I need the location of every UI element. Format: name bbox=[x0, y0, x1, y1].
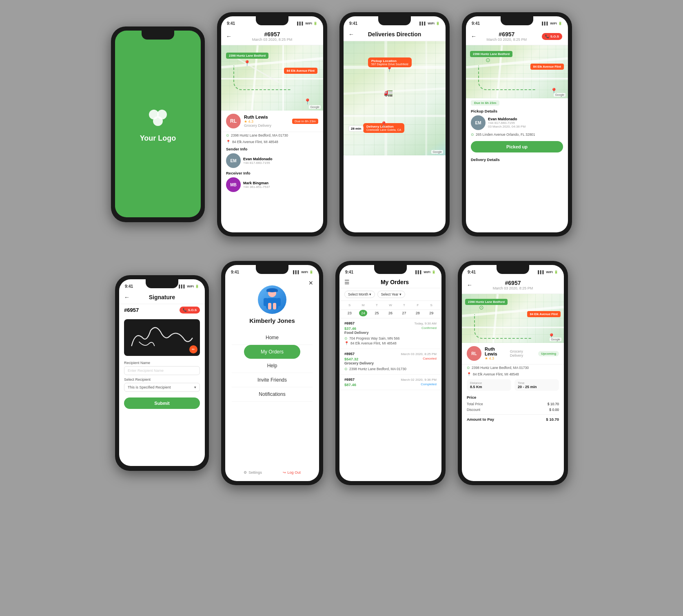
pickup-tag: Pickup Location 567 Daylene Drive Southf… bbox=[368, 57, 412, 67]
time-value: 20 - 25 min bbox=[518, 385, 556, 389]
close-icon[interactable]: ✕ bbox=[308, 280, 313, 286]
edit-icon[interactable]: ✏ bbox=[189, 345, 197, 353]
addr-icon-red: 📍 bbox=[467, 372, 471, 376]
sos-button[interactable]: 📞 S.O.S bbox=[542, 33, 562, 40]
select-month[interactable]: Select Month ▾ bbox=[344, 291, 375, 298]
select-recipient[interactable]: This is Specified Recipient ▾ bbox=[124, 383, 200, 392]
day-26[interactable]: 26 bbox=[386, 310, 395, 316]
screen-header: ← #6957 March 03 2020, 8:25 PM bbox=[221, 28, 323, 45]
phone-delivery-detail: 9:41 ▌▌▌ WiFi 🔋 ← #6957 March 03 2020, 8… bbox=[217, 12, 327, 236]
day-label-m: M bbox=[356, 302, 370, 308]
price-section: Price Total Price $ 10.70 Discount $ 0.0… bbox=[462, 393, 564, 424]
day-28[interactable]: 28 bbox=[414, 310, 422, 316]
menu-item-notifications[interactable]: Notifications bbox=[232, 387, 313, 402]
notch bbox=[256, 265, 288, 274]
back-arrow[interactable]: ← bbox=[467, 282, 472, 288]
price-section-label: Price bbox=[467, 394, 559, 401]
svg-rect-6 bbox=[273, 303, 276, 309]
day-25[interactable]: 25 bbox=[373, 310, 381, 316]
price-divider bbox=[467, 414, 559, 415]
back-arrow[interactable]: ← bbox=[124, 294, 130, 300]
address-row-1: ⊙ 2398 Huntz Lane Bedford, MA 01730 bbox=[221, 132, 323, 139]
google-badge: Google bbox=[550, 338, 561, 341]
select-year-label: Select Year bbox=[381, 292, 399, 296]
truck-icon: 🚛 bbox=[384, 88, 393, 97]
status-icons: ▌▌▌WiFi🔋 bbox=[538, 270, 558, 274]
back-arrow[interactable]: ← bbox=[348, 31, 354, 38]
map-tag-orange: 84 Elk Avenue Flint bbox=[530, 64, 564, 70]
back-arrow[interactable]: ← bbox=[226, 33, 232, 40]
order-price-row-1: $37.46 Confirmed bbox=[344, 326, 437, 331]
dest-pin: 📍 bbox=[304, 98, 311, 105]
order-price-row-2: $547.32 Canceled bbox=[344, 357, 437, 361]
avatar-illustration bbox=[262, 287, 282, 312]
status-icons: ▌▌▌WiFi🔋 bbox=[419, 22, 440, 25]
day-23[interactable]: 23 bbox=[346, 310, 354, 316]
map-tag-green: 2398 Huntz Lane Bedford bbox=[226, 53, 268, 59]
addr-icon-green: ⊙ bbox=[344, 367, 348, 371]
order-status-2: Canceled bbox=[423, 357, 437, 361]
menu-footer: ⚙ Settings ↪ Log Out bbox=[225, 470, 319, 475]
select-recipient-value: This is Specified Recipient bbox=[128, 385, 171, 389]
page-title: Signature bbox=[149, 294, 175, 300]
order-addr1-1: ⊙ 704 Progress Way Sain, MN 566 bbox=[344, 336, 437, 341]
day-24[interactable]: 24 bbox=[359, 310, 367, 316]
hamburger-icon[interactable]: ☰ bbox=[344, 279, 350, 285]
page-title: Deliveries Direction bbox=[368, 31, 421, 38]
total-price-value: $ 10.70 bbox=[548, 402, 559, 406]
amount-label: Amount to Pay bbox=[467, 417, 494, 422]
phone-splash: Your Logo bbox=[111, 26, 205, 222]
addr1-text-2: 2398 Huntz Lane Bedford, MA 01730 bbox=[472, 366, 529, 370]
phone-menu: 9:41 ▌▌▌WiFi🔋 ✕ bbox=[221, 261, 323, 485]
sos-button[interactable]: 📞 S.O.S bbox=[180, 307, 200, 314]
phone-orders: 9:41 ▌▌▌WiFi🔋 ☰ My Orders Select Month ▾… bbox=[335, 261, 446, 485]
order-addr1-text-2: 2398 Huntz Lane Bedford, MA 01730 bbox=[349, 367, 406, 371]
logout-label: Log Out bbox=[288, 470, 301, 475]
day-27[interactable]: 27 bbox=[400, 310, 408, 316]
order-status-1: Confirmed bbox=[421, 326, 437, 331]
menu-item-home[interactable]: Home bbox=[232, 331, 313, 345]
status-icons: ▌▌▌WiFi🔋 bbox=[179, 285, 199, 288]
phone-delivery-detail-2: 9:41 ▌▌▌WiFi🔋 ← #6957 March 03 2020, 8:2… bbox=[458, 261, 568, 485]
menu-item-help[interactable]: Help bbox=[232, 359, 313, 373]
origin-pin: ⊙ bbox=[486, 57, 490, 63]
pickup-address-row: ⊙ 265 Linden Avenue Orlando, FL 32801 bbox=[466, 131, 568, 138]
settings-item[interactable]: ⚙ Settings bbox=[244, 470, 262, 475]
menu-items-list: Home My Orders Help Invite Friends Notif… bbox=[225, 331, 319, 402]
recipient-input[interactable]: Enter Recipient Name bbox=[124, 366, 200, 375]
chevron-icon: ▾ bbox=[369, 292, 371, 296]
origin-pin: ⊙ bbox=[479, 304, 484, 311]
back-arrow[interactable]: ← bbox=[471, 33, 477, 40]
order-card-2: #8957 March 03 2020, 8:25 PM $547.32 Can… bbox=[339, 349, 441, 375]
menu-item-orders[interactable]: My Orders bbox=[244, 345, 300, 359]
sender-label: Sender Info bbox=[221, 145, 323, 152]
order-date: March 03 2020, 8:25 PM bbox=[493, 286, 533, 290]
day-29[interactable]: 29 bbox=[427, 310, 435, 316]
menu-item-invite[interactable]: Invite Friends bbox=[232, 373, 313, 387]
order-time-1: Today, 9:30 AM bbox=[414, 322, 437, 325]
map-area: 2398 Huntz Lane Bedford 84 Elk Avenue Fl… bbox=[221, 45, 323, 110]
big-map: 🚛 Pickup Location 567 Daylene Drive Sout… bbox=[344, 41, 446, 155]
order-type-1: Food Delivery bbox=[344, 331, 437, 335]
order-type-2: Grocery Delivery bbox=[344, 361, 437, 365]
courier-type: Grocery Delivery bbox=[244, 124, 271, 128]
notch bbox=[378, 16, 411, 25]
time: 9:41 bbox=[231, 270, 239, 274]
pickup-contact-row: EM Evan Maldonado +44 817-660-7155 03 Ma… bbox=[466, 114, 568, 131]
order-price-2: $547.32 bbox=[344, 357, 358, 361]
logo-text: Your Logo bbox=[140, 134, 176, 143]
submit-button[interactable]: Submit bbox=[124, 397, 200, 409]
time: 9:41 bbox=[349, 21, 357, 26]
order-card-1: #6957 Today, 9:30 AM $37.46 Confirmed Fo… bbox=[339, 318, 441, 349]
google-badge: Google bbox=[309, 105, 321, 109]
chevron-icon: ▾ bbox=[399, 292, 401, 296]
map-road-h3 bbox=[344, 115, 446, 117]
phone-row-1: Your Logo 9:41 ▌▌▌ WiFi 🔋 ← #6957 Mar bbox=[0, 0, 683, 249]
signature-canvas[interactable]: ✏ bbox=[124, 319, 200, 356]
logout-item[interactable]: ↪ Log Out bbox=[283, 470, 301, 475]
picked-up-button[interactable]: Picked up bbox=[471, 141, 563, 152]
map-route bbox=[474, 314, 531, 339]
sender-row: EM Evan Maldonado +44 817-660-7155 bbox=[221, 152, 323, 169]
select-year[interactable]: Select Year ▾ bbox=[377, 291, 405, 298]
map-tag-green: 2398 Huntz Lane Bedford bbox=[465, 299, 508, 305]
